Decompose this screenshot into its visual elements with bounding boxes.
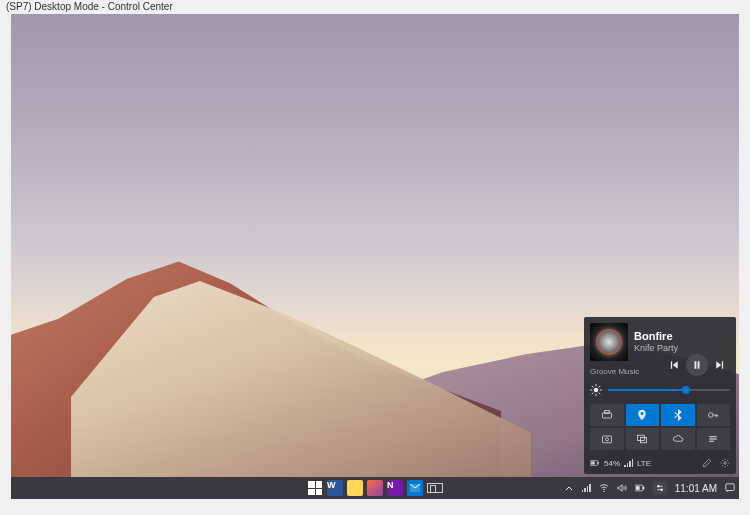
album-art[interactable] xyxy=(590,323,628,361)
system-tray: 11:01 AM xyxy=(564,481,735,495)
taskbar: W N 11:01 AM xyxy=(11,477,739,499)
svg-rect-27 xyxy=(726,484,734,491)
svg-rect-24 xyxy=(636,486,640,490)
quick-action-bluetooth[interactable] xyxy=(661,404,695,426)
quick-actions-grid xyxy=(590,404,730,450)
signal-icon xyxy=(624,459,633,467)
svg-line-5 xyxy=(592,386,594,388)
svg-point-11 xyxy=(709,413,714,418)
tray-volume-icon[interactable] xyxy=(617,483,627,493)
svg-rect-23 xyxy=(643,487,644,490)
brightness-slider[interactable] xyxy=(608,389,730,391)
tray-signal-icon[interactable] xyxy=(582,484,591,492)
control-center-panel: Bonfire Knife Party Groove Music xyxy=(584,317,736,474)
brightness-slider-fill xyxy=(608,389,686,391)
media-controls xyxy=(664,354,730,376)
media-app-name: Groove Music xyxy=(590,367,639,376)
next-track-button[interactable] xyxy=(710,355,730,375)
svg-rect-17 xyxy=(598,462,599,465)
quick-action-screenshot[interactable] xyxy=(590,428,624,450)
tray-notifications-button[interactable] xyxy=(725,483,735,493)
media-info: Bonfire Knife Party xyxy=(634,330,730,354)
start-button[interactable] xyxy=(306,479,324,497)
svg-point-13 xyxy=(605,438,608,441)
control-center-footer: 54% LTE xyxy=(590,456,730,468)
tray-wifi-icon[interactable] xyxy=(599,483,609,493)
taskbar-app-files[interactable] xyxy=(346,479,364,497)
previous-track-button[interactable] xyxy=(664,355,684,375)
quick-action-vpn-key[interactable] xyxy=(697,404,731,426)
battery-percent: 54% xyxy=(604,459,620,468)
taskbar-app-word[interactable]: W xyxy=(326,479,344,497)
tray-battery-icon[interactable] xyxy=(635,483,645,493)
window-title: (SP7) Desktop Mode - Control Center xyxy=(0,0,750,14)
brightness-icon xyxy=(590,384,602,396)
svg-rect-18 xyxy=(591,461,595,464)
quick-action-location[interactable] xyxy=(626,404,660,426)
brightness-row xyxy=(590,382,730,398)
taskbar-app-photos[interactable] xyxy=(366,479,384,497)
svg-line-8 xyxy=(599,386,601,388)
brightness-slider-thumb[interactable] xyxy=(682,386,690,394)
track-title: Bonfire xyxy=(634,330,730,343)
svg-rect-12 xyxy=(602,436,611,443)
taskbar-app-mail[interactable] xyxy=(406,479,424,497)
svg-point-21 xyxy=(603,491,604,492)
battery-icon xyxy=(590,458,600,468)
svg-line-6 xyxy=(599,393,601,395)
quick-action-network-share[interactable] xyxy=(590,404,624,426)
track-artist: Knife Party xyxy=(634,343,730,354)
taskbar-app-onenote[interactable]: N xyxy=(386,479,404,497)
svg-point-19 xyxy=(724,462,727,465)
tray-overflow-button[interactable] xyxy=(564,483,574,493)
edit-icon[interactable] xyxy=(702,458,712,468)
quick-action-action[interactable] xyxy=(697,428,731,450)
svg-line-7 xyxy=(592,393,594,395)
quick-action-project[interactable] xyxy=(626,428,660,450)
tray-control-center-button[interactable] xyxy=(653,481,667,495)
pause-button[interactable] xyxy=(686,354,708,376)
taskbar-taskview-button[interactable] xyxy=(426,479,444,497)
tray-clock[interactable]: 11:01 AM xyxy=(675,483,717,494)
network-type-label: LTE xyxy=(637,459,651,468)
quick-action-cloud-sync[interactable] xyxy=(661,428,695,450)
settings-icon[interactable] xyxy=(720,458,730,468)
taskbar-pinned-apps: W N xyxy=(306,479,444,497)
svg-point-0 xyxy=(594,388,599,393)
desktop-wallpaper: Bonfire Knife Party Groove Music xyxy=(11,14,739,499)
